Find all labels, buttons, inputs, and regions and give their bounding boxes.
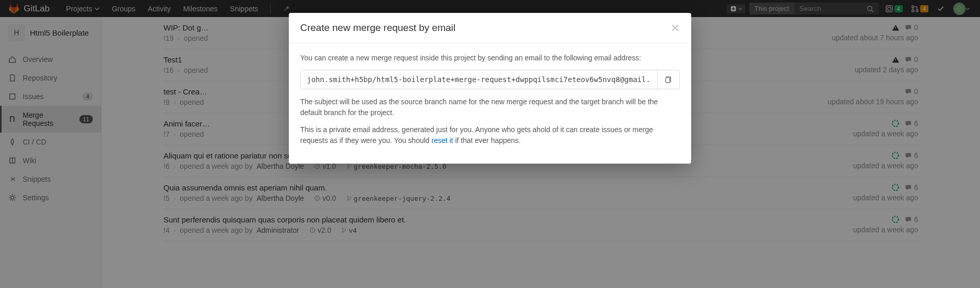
reset-email-link[interactable]: reset it — [432, 136, 453, 145]
svg-rect-24 — [666, 78, 670, 83]
email-address-field — [300, 70, 680, 89]
modal-title: Create new merge request by email — [300, 22, 671, 34]
close-icon — [671, 23, 680, 33]
modal-private-note: This is a private email address, generat… — [300, 124, 680, 146]
copy-email-button[interactable] — [657, 70, 679, 89]
email-input[interactable] — [301, 70, 657, 89]
email-modal: Create new merge request by email You ca… — [289, 13, 691, 164]
modal-close-button[interactable] — [671, 23, 680, 33]
modal-intro: You can create a new merge request insid… — [300, 53, 680, 63]
clipboard-icon — [665, 76, 672, 83]
modal-subject-note: The subject will be used as the source b… — [300, 97, 680, 118]
modal-overlay[interactable]: Create new merge request by email You ca… — [0, 0, 980, 288]
